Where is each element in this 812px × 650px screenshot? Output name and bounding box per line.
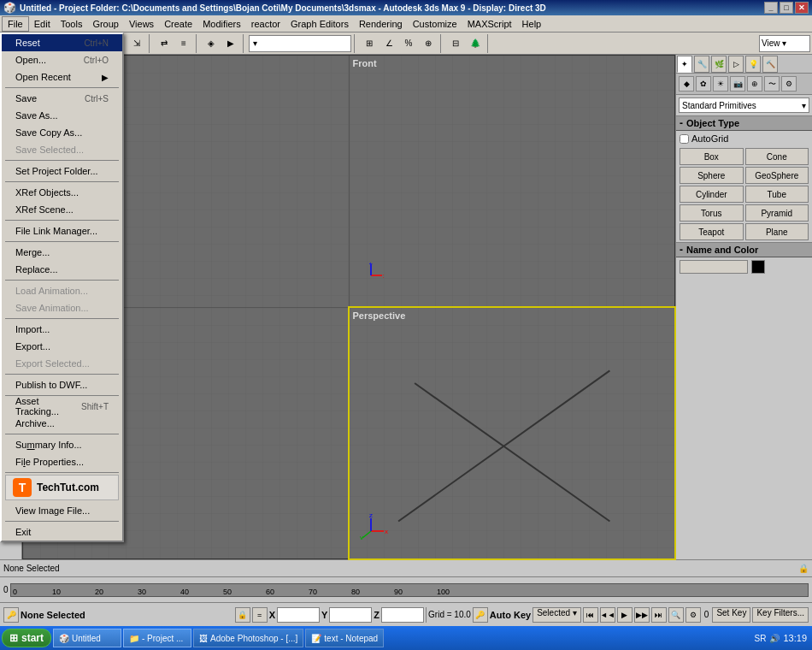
render-button[interactable]: ▶ [221,34,240,53]
menu-set-project-folder[interactable]: Set Project Folder... [2,162,122,180]
menu-help[interactable]: Help [517,17,547,31]
snap-toggle-button[interactable]: ⊞ [360,34,379,53]
rp-icon-cameras[interactable]: 📷 [730,76,745,92]
key-filters-button[interactable]: Key Filters... [752,607,809,623]
rp-tab-create[interactable]: ✦ [677,56,692,73]
menu-graph-editors[interactable]: Graph Editors [285,17,354,31]
align-button[interactable]: ≡ [174,34,193,53]
geosphere-button[interactable]: GeoSphere [745,167,809,184]
menu-file-link-manager[interactable]: File Link Manager... [2,222,122,239]
maximize-button[interactable]: □ [780,2,793,14]
autogrid-checkbox[interactable] [680,134,689,144]
play-button[interactable]: ▶ [617,607,633,623]
view-dropdown[interactable]: View ▾ [759,35,810,52]
cylinder-button[interactable]: Cylinder [680,186,744,203]
taskbar-item-notepad[interactable]: 📝 text - Notepad [305,629,384,647]
rp-tab-hierarchy[interactable]: 🌿 [711,56,727,73]
start-button[interactable]: ⊞ start [2,629,51,647]
menu-export[interactable]: Export... [2,338,122,355]
menu-file[interactable]: File [2,16,29,32]
taskbar-item-project[interactable]: 📁 - Project ... [123,629,191,647]
menu-open[interactable]: Open... Ctrl+O [2,51,122,68]
menu-xref-scene[interactable]: XRef Scene... [2,201,122,218]
set-key-button[interactable]: Set Key [712,607,750,623]
lock-status-icon[interactable]: 🔒 [235,607,250,623]
rp-icon-geometry[interactable]: ◆ [679,76,694,92]
rp-tab-utilities[interactable]: 🔨 [762,56,778,73]
cone-button[interactable]: Cone [745,148,809,165]
percent-snap-button[interactable]: % [399,34,418,53]
key-icon[interactable]: 🔑 [3,607,19,623]
section-minus-icon[interactable]: - [680,117,683,129]
rp-icon-shapes[interactable]: ✿ [696,76,711,92]
rp-tab-modify[interactable]: 🔧 [694,56,709,73]
timeline-bar[interactable]: 0 10 20 30 40 50 60 70 80 90 100 [10,583,809,597]
x-field[interactable] [277,607,320,623]
y-field[interactable] [329,607,372,623]
pyramid-button[interactable]: Pyramid [745,204,809,222]
menu-edit[interactable]: Edit [29,17,56,31]
key-symbol-icon[interactable]: 🔑 [473,607,488,623]
menu-open-recent[interactable]: Open Recent ▶ [2,68,122,86]
menu-import[interactable]: Import... [2,321,122,338]
rp-icon-systems[interactable]: ⚙ [781,76,797,92]
z-field[interactable] [381,607,424,623]
menu-xref-objects[interactable]: XRef Objects... [2,184,122,201]
minimize-button[interactable]: _ [764,2,778,14]
material-editor-button[interactable]: ◈ [202,34,221,53]
tube-button[interactable]: Tube [745,186,809,203]
prev-key-button[interactable]: ◄◄ [600,607,615,623]
rp-tab-display[interactable]: 💡 [745,56,761,73]
rp-icon-helpers[interactable]: ⊕ [747,76,762,92]
named-selection-dropdown[interactable]: ▾ [249,35,351,52]
menu-maxscript[interactable]: MAXScript [462,17,517,31]
menu-file-properties[interactable]: File Properties... [2,453,122,470]
menu-asset-tracking[interactable]: Asset Tracking... Shift+T [2,398,122,415]
menu-group[interactable]: Group [87,17,124,31]
menu-view-image-file[interactable]: View Image File... [2,502,122,519]
rp-icon-spacewarps[interactable]: 〜 [764,76,780,92]
scale-button[interactable]: ⇲ [127,34,146,53]
spinner-snap-button[interactable]: ⊕ [419,34,438,53]
torus-button[interactable]: Torus [680,204,744,222]
scene-explorer-button[interactable]: 🌲 [466,34,485,53]
rp-tab-motion[interactable]: ▷ [728,56,744,73]
viewport-perspective[interactable]: Perspective [350,308,675,559]
close-button[interactable]: ✕ [795,2,809,14]
rp-icon-lights[interactable]: ☀ [713,76,728,92]
color-swatch[interactable] [751,260,765,274]
angle-snap-button[interactable]: ∠ [380,34,398,53]
menu-tools[interactable]: Tools [56,17,88,31]
menu-rendering[interactable]: Rendering [354,17,408,31]
teapot-button[interactable]: Teapot [680,223,744,240]
name-section-minus-icon[interactable]: - [680,244,683,256]
sphere-button[interactable]: Sphere [680,167,744,184]
menu-save-as[interactable]: Save As... [2,107,122,124]
taskbar-item-photoshop[interactable]: 🖼 Adobe Photoshop - [...] [193,629,303,647]
layer-manager-button[interactable]: ⊟ [446,34,465,53]
menu-reactor[interactable]: reactor [246,17,285,31]
menu-replace[interactable]: Replace... [2,261,122,278]
menu-customize[interactable]: Customize [408,17,462,31]
taskbar-item-untitled[interactable]: 🎲 Untitled [53,629,121,647]
menu-merge[interactable]: Merge... [2,244,122,261]
menu-archive[interactable]: Archive... [2,415,122,432]
menu-summary-info[interactable]: Summary Info... [2,436,122,453]
menu-reset[interactable]: Reset Ctrl+N [2,34,122,51]
selected-dropdown[interactable]: Selected ▾ [533,607,581,623]
menu-create[interactable]: Create [159,17,197,31]
next-frame-button[interactable]: ⏭ [651,607,667,623]
prev-frame-button[interactable]: ⏮ [583,607,598,623]
viewport-front[interactable]: Front x z [350,56,675,307]
time-config-button[interactable]: ⚙ [685,607,701,623]
menu-save[interactable]: Save Ctrl+S [2,90,122,107]
menu-exit[interactable]: Exit [2,523,122,541]
plane-button[interactable]: Plane [745,223,809,240]
menu-save-copy-as[interactable]: Save Copy As... [2,124,122,141]
box-button[interactable]: Box [680,148,744,165]
name-input-box[interactable] [680,260,748,274]
menu-modifiers[interactable]: Modifiers [197,17,246,31]
mirror-button[interactable]: ⇄ [155,34,174,53]
next-key-button[interactable]: ▶▶ [634,607,650,623]
menu-publish-dwf[interactable]: Publish to DWF... [2,376,122,393]
